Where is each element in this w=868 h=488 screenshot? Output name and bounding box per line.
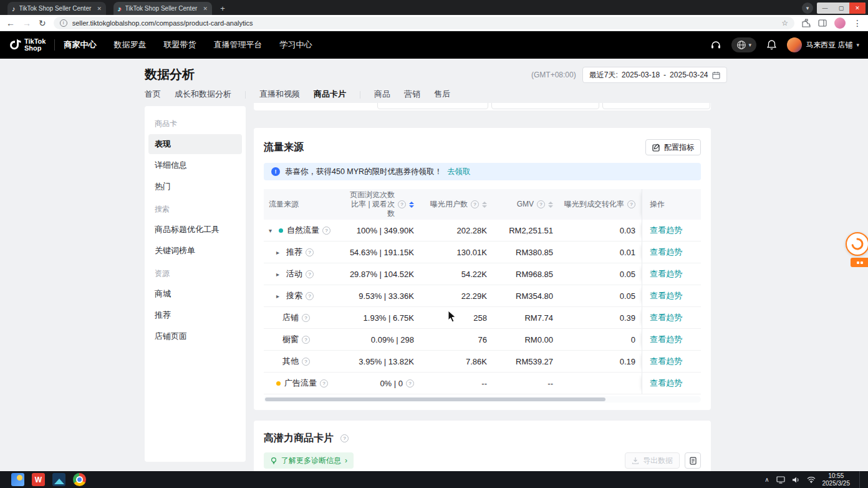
tab-growth-analytics[interactable]: 成长和数据分析 [175,89,231,105]
question-icon[interactable]: ? [306,292,314,300]
download-icon [632,457,639,464]
sort-control[interactable] [548,202,553,208]
sort-asc-icon[interactable] [409,202,414,204]
sidebar-item-details[interactable]: 详细信息 [148,155,242,175]
sidebar-item-mall[interactable]: 商城 [148,284,242,304]
taskbar-clock[interactable]: 10:55 2025/3/25 [822,472,851,487]
nav-item-data-compass[interactable]: 数据罗盘 [113,39,146,51]
question-icon[interactable]: ? [322,227,330,235]
view-trend-link[interactable]: 查看趋势 [650,334,682,345]
claim-coupon-link[interactable]: 去领取 [447,167,471,177]
view-trend-link[interactable]: 查看趋势 [650,246,682,258]
question-icon[interactable]: ? [320,379,328,388]
sidebar-item-trending[interactable]: 热门 [148,177,242,197]
view-trend-link[interactable]: 查看趋势 [650,356,682,367]
pv-value: 29.87% | 104.52K [339,263,420,285]
tab-search-chevron[interactable]: ▾ [802,2,813,14]
window-maximize-button[interactable]: ▢ [833,2,849,14]
refresh-icon[interactable]: ↻ [39,18,46,28]
tray-volume-icon[interactable] [792,476,800,484]
report-doc-button[interactable] [685,452,701,469]
expand-chevron-icon[interactable]: ▸ [276,249,282,256]
floating-promo-tag[interactable] [851,258,868,267]
view-trend-link[interactable]: 查看趋势 [650,268,682,280]
diagnosis-info-link[interactable]: 了解更多诊断信息 › [264,452,354,469]
taskbar-icon-wps[interactable]: W [32,473,45,486]
support-headset-icon[interactable] [710,39,721,51]
sort-control[interactable] [482,202,487,208]
date-start: 2025-03-18 [622,71,660,79]
question-icon[interactable]: ? [302,314,310,322]
window-close-button[interactable]: ✕ [849,2,866,14]
sidebar-item-title-optimizer[interactable]: 商品标题优化工具 [148,220,242,240]
browser-profile-avatar[interactable] [834,17,846,29]
side-panel-icon[interactable] [818,19,827,27]
floating-promo-icon[interactable] [846,232,868,256]
horizontal-scrollbar[interactable] [264,396,701,403]
account-menu[interactable]: 马来西亚 店铺 ▾ [787,37,859,52]
sidebar: 商品卡 表现 详细信息 热门 搜索 商品标题优化工具 关键词榜单 资源 商城 推… [145,106,246,462]
scrollbar-thumb[interactable] [265,398,605,401]
question-icon[interactable]: ? [471,200,479,208]
tiktok-shop-logo[interactable]: TikTok Shop [9,38,46,52]
browser-tab-2[interactable]: ♪ TikTok Shop Seller Center | Cr ✕ [113,2,212,15]
forward-icon[interactable]: → [22,18,31,28]
new-tab-button[interactable]: + [217,2,228,14]
floating-promo-widget[interactable] [846,232,868,267]
sidebar-item-performance[interactable]: 表现 [148,134,242,154]
language-selector[interactable]: ▾ [731,37,757,52]
question-icon[interactable]: ? [306,270,314,278]
url-text[interactable]: seller.tiktokglobalshop.com/compass/prod… [72,19,777,27]
tray-expand-icon[interactable]: ∧ [764,476,769,483]
question-icon[interactable]: ? [406,379,414,388]
taskbar-icon-chrome[interactable] [73,473,86,486]
taskbar-icon-weather[interactable] [11,473,24,486]
question-icon[interactable]: ? [340,434,349,442]
nav-item-live-management[interactable]: 直播管理平台 [213,39,262,51]
question-icon[interactable]: ? [537,200,545,208]
window-minimize-button[interactable]: — [817,2,833,14]
back-icon[interactable]: ← [6,18,15,28]
sort-desc-icon[interactable] [548,205,553,208]
nav-item-seller-center[interactable]: 商家中心 [64,39,96,51]
view-trend-link[interactable]: 查看趋势 [650,312,682,323]
expand-chevron-icon[interactable]: ▸ [276,293,282,300]
taskbar-icon-photos[interactable] [52,473,65,486]
question-icon[interactable]: ? [398,200,406,208]
question-icon[interactable]: ? [302,358,310,366]
sort-asc-icon[interactable] [482,202,487,204]
nav-item-affiliate[interactable]: 联盟带货 [163,39,196,51]
tray-network-icon[interactable] [807,476,816,483]
browser-tab-1[interactable]: ♪ TikTok Shop Seller Center | Cr ✕ [7,2,106,15]
view-trend-link[interactable]: 查看趋势 [650,225,682,236]
bookmark-star-icon[interactable]: ☆ [781,19,788,27]
sidebar-item-recommend[interactable]: 推荐 [148,305,242,325]
sidebar-item-shop-page[interactable]: 店铺页面 [148,326,242,346]
question-icon[interactable]: ? [627,200,635,208]
view-trend-link[interactable]: 查看趋势 [650,290,682,301]
question-icon[interactable]: ? [306,248,314,256]
configure-metrics-button[interactable]: 配置指标 [645,139,701,155]
tab-close-icon[interactable]: ✕ [203,6,208,12]
view-trend-link[interactable]: 查看趋势 [650,378,682,389]
notifications-bell-icon[interactable] [766,39,777,51]
question-icon[interactable]: ? [302,336,310,344]
sort-asc-icon[interactable] [548,202,553,204]
tab-home[interactable]: 首页 [145,89,161,105]
sort-control[interactable] [409,202,414,208]
date-range-picker[interactable]: 最近7天: 2025-03-18 - 2025-03-24 [582,67,727,83]
sort-desc-icon[interactable] [409,205,414,208]
extensions-puzzle-icon[interactable] [802,19,811,27]
sidebar-item-keyword-ranking[interactable]: 关键词榜单 [148,241,242,261]
nav-item-learning-center[interactable]: 学习中心 [279,39,312,51]
site-info-icon[interactable]: i [60,19,67,27]
address-bar[interactable]: i seller.tiktokglobalshop.com/compass/pr… [54,17,794,29]
tray-monitor-icon[interactable] [776,476,785,484]
sort-desc-icon[interactable] [482,205,487,208]
tab-close-icon[interactable]: ✕ [97,6,102,12]
collapse-chevron-icon[interactable]: ▾ [269,227,275,234]
expand-chevron-icon[interactable]: ▸ [276,271,282,278]
export-data-button[interactable]: 导出数据 [625,452,680,469]
browser-menu-icon[interactable]: ⋮ [853,18,862,28]
show-desktop-button[interactable] [859,471,864,488]
